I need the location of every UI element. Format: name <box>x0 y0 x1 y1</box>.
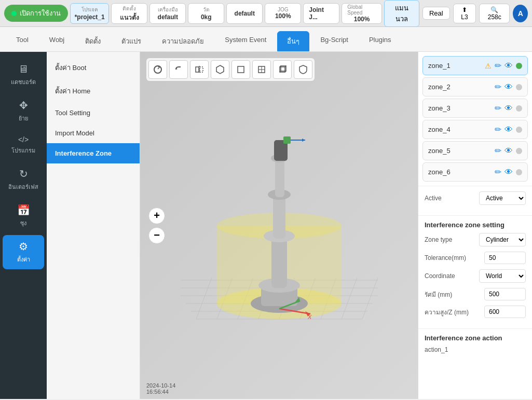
tolerance-input[interactable] <box>484 252 526 264</box>
svg-rect-38 <box>273 195 285 239</box>
svg-line-29 <box>362 278 378 319</box>
vp-btn-rotate[interactable] <box>148 60 167 79</box>
vp-btn-mirror[interactable] <box>190 60 209 79</box>
zoom-in-btn[interactable]: + <box>148 208 165 224</box>
tab-plugins[interactable]: Plugins <box>359 31 401 51</box>
vp-btn-box[interactable] <box>231 60 250 79</box>
edit-icon-4[interactable]: ✏ <box>495 125 501 134</box>
eye-icon-2[interactable]: 👁 <box>504 82 513 92</box>
radius-input[interactable] <box>484 288 526 300</box>
status-green-dot <box>11 11 17 16</box>
real-btn[interactable]: Real <box>422 7 450 20</box>
eye-icon-3[interactable]: 👁 <box>504 104 513 113</box>
zone-row-3[interactable]: zone_3 ✏ 👁 <box>422 99 528 118</box>
tab-system-event[interactable]: System Event <box>215 31 276 51</box>
level-btn[interactable]: ⬆ L3 <box>453 4 476 23</box>
action-value: action_1 <box>425 346 448 353</box>
edit-icon-3[interactable]: ✏ <box>495 103 501 113</box>
action-section-title: Interference zone action <box>425 334 526 342</box>
tab-var[interactable]: ตัวแปร <box>112 31 151 51</box>
inspect-value: 258c <box>488 13 501 21</box>
zone-4-icons: ✏ 👁 <box>495 125 522 134</box>
eye-icon-5[interactable]: 👁 <box>504 146 513 156</box>
eye-icon-4[interactable]: 👁 <box>504 125 513 134</box>
svg-line-28 <box>342 278 357 319</box>
edit-icon-2[interactable]: ✏ <box>495 82 501 92</box>
active-select[interactable]: Active Inactive <box>479 191 526 205</box>
jog-value: 100% <box>275 12 291 20</box>
sidebar-item-move[interactable]: ✥ ย้าย <box>3 94 44 128</box>
edit-icon-5[interactable]: ✏ <box>495 146 501 156</box>
manual-btn[interactable]: แมนนวล <box>384 0 419 27</box>
tab-bg-script[interactable]: Bg-Script <box>310 31 358 51</box>
interface-icon: ↻ <box>19 168 28 180</box>
tab-safety[interactable]: ความปลอดภัย <box>152 31 214 51</box>
tool-section: เครื่องมือ default <box>149 3 186 24</box>
zone-row-6[interactable]: zone_6 ✏ 👁 <box>422 162 528 182</box>
sidebar-item-dashboard[interactable]: 🖥 แดชบอร์ด <box>3 58 44 92</box>
sidebar-item-log[interactable]: 📅 ซุง <box>3 199 44 233</box>
sidebar-item-settings[interactable]: ⚙ ตั้งค่า <box>3 235 44 269</box>
coordinate-select[interactable]: World Tool Wobj <box>479 269 526 283</box>
vp-btn-cube[interactable] <box>273 60 292 79</box>
tabbar: Tool Wobj ติดตั้ง ตัวแปร ความปลอดภัย Sys… <box>0 27 532 52</box>
zone-row-5[interactable]: zone_5 ✏ 👁 <box>422 141 528 160</box>
zoom-out-btn[interactable]: − <box>148 227 165 244</box>
zone-1-name: zone_1 <box>428 62 451 70</box>
zoom-controls: + − <box>148 208 165 244</box>
zone-1-icons: ⚠ ✏ 👁 <box>485 61 522 71</box>
zone-row-2[interactable]: zone_2 ✏ 👁 <box>422 77 528 96</box>
tab-setup[interactable]: ติดตั้ง <box>75 31 111 51</box>
inspect-btn[interactable]: 🔍 258c <box>479 4 510 23</box>
eye-icon-6[interactable]: 👁 <box>504 168 513 177</box>
avatar[interactable]: A <box>513 5 528 22</box>
vp-btn-shield[interactable] <box>294 60 312 79</box>
tab-other[interactable]: อื่นๆ <box>277 31 309 51</box>
setup-value: แนวตั้ง <box>120 12 139 22</box>
zone-type-row: Zone type Cylinder Box Sphere <box>425 233 526 246</box>
tool-value: default <box>158 13 178 21</box>
edit-icon-1[interactable]: ✏ <box>495 61 501 71</box>
project-section[interactable]: โปรเจค *project_1 <box>70 3 109 24</box>
format-value: default <box>235 10 255 17</box>
zone-row-4[interactable]: zone_4 ✏ 👁 <box>422 120 528 139</box>
tolerance-row: Tolerance(mm) <box>425 252 526 264</box>
zone-row-1[interactable]: zone_1 ⚠ ✏ 👁 <box>422 56 528 75</box>
menu-item-boot[interactable]: ตั้งค่า Boot <box>47 56 140 79</box>
open-btn-label: เปิดการใช้งาน <box>20 8 61 19</box>
setup-section: ติดตั้ง แนวตั้ง <box>111 3 147 24</box>
vp-btn-undo[interactable] <box>169 60 188 79</box>
menu-item-interference-zone[interactable]: Interference Zone <box>47 143 140 163</box>
level-icon: ⬆ <box>462 6 467 13</box>
viewport[interactable]: + − <box>140 52 418 399</box>
sidebar-item-label-interface: อินเตอร์เฟส <box>8 182 38 191</box>
eye-icon-1[interactable]: 👁 <box>504 61 513 71</box>
radius-label: รัศมี (mm) <box>425 289 452 299</box>
vp-btn-hex[interactable] <box>211 60 229 79</box>
log-icon: 📅 <box>17 204 30 216</box>
tab-wobj[interactable]: Wobj <box>39 31 74 51</box>
warning-icon-1: ⚠ <box>485 62 492 70</box>
weight-value: 0kg <box>201 13 212 21</box>
global-value: 100% <box>354 16 370 23</box>
open-btn[interactable]: เปิดการใช้งาน <box>4 5 68 22</box>
vp-btn-grid[interactable] <box>252 60 271 79</box>
menu-item-import-model[interactable]: Import Model <box>47 123 140 143</box>
sidebar-item-program[interactable]: </> โปรแกรม <box>3 130 44 160</box>
time-label: 16:56:44 <box>146 389 175 395</box>
edit-icon-6[interactable]: ✏ <box>495 167 501 177</box>
svg-marker-4 <box>216 65 224 74</box>
menu-item-tool-setting[interactable]: Tool Setting <box>47 103 140 123</box>
menu-item-home[interactable]: ตั้งค่า Home <box>47 79 140 103</box>
zone-4-name: zone_4 <box>428 126 451 133</box>
height-input[interactable] <box>484 306 526 318</box>
status-dot-2 <box>516 84 522 90</box>
tab-tool[interactable]: Tool <box>6 31 38 51</box>
sidebar-item-interface[interactable]: ↻ อินเตอร์เฟส <box>3 162 44 197</box>
tolerance-label: Tolerance(mm) <box>425 254 466 261</box>
zone-2-icons: ✏ 👁 <box>495 82 522 92</box>
sidebar-item-label-move: ย้าย <box>19 114 28 123</box>
zone-type-select[interactable]: Cylinder Box Sphere <box>479 233 526 246</box>
zone-setting-section: Interference zone setting Zone type Cyli… <box>418 215 532 328</box>
status-dot-3 <box>516 105 522 112</box>
